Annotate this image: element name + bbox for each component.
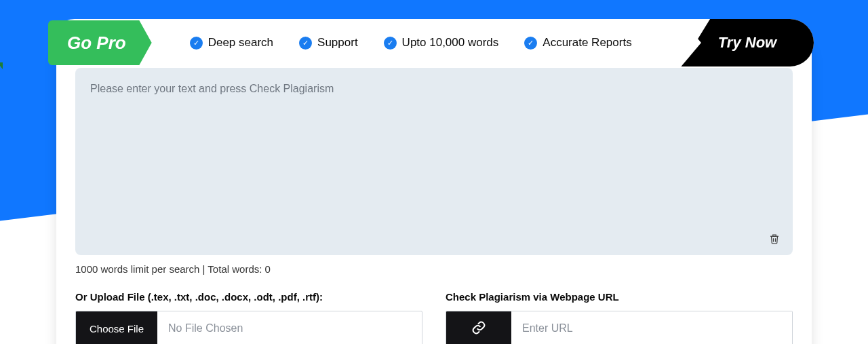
url-icon-button[interactable] [446, 311, 511, 344]
clear-button[interactable] [766, 231, 783, 248]
feature-label: Support [317, 36, 358, 50]
main-card: 1000 words limit per search | Total word… [56, 45, 812, 344]
check-icon: ✓ [384, 37, 397, 50]
upload-section: Or Upload File (.tex, .txt, .doc, .docx,… [75, 291, 422, 344]
check-icon: ✓ [190, 37, 203, 50]
upload-combo: Choose File No File Chosen [75, 311, 422, 344]
word-limit-line: 1000 words limit per search | Total word… [75, 263, 793, 275]
pro-bar: Go Pro ✓ Deep search ✓ Support ✓ Upto 10… [51, 19, 814, 66]
feature-label: Accurate Reports [542, 36, 631, 50]
feature-item: ✓ Deep search [190, 36, 273, 50]
url-label: Check Plagiarism via Webpage URL [446, 291, 793, 303]
choose-file-button[interactable]: Choose File [76, 311, 157, 344]
check-icon: ✓ [299, 37, 312, 50]
url-section: Check Plagiarism via Webpage URL [446, 291, 793, 344]
url-input[interactable] [511, 311, 792, 344]
feature-label: Upto 10,000 words [402, 36, 499, 50]
url-combo [446, 311, 793, 344]
check-icon: ✓ [524, 37, 537, 50]
text-input-area [75, 68, 793, 255]
go-pro-badge[interactable]: Go Pro [48, 20, 152, 65]
file-status: No File Chosen [157, 311, 422, 344]
feature-item: ✓ Upto 10,000 words [384, 36, 499, 50]
feature-item: ✓ Accurate Reports [524, 36, 631, 50]
link-icon [471, 320, 486, 337]
feature-label: Deep search [208, 36, 273, 50]
feature-item: ✓ Support [299, 36, 358, 50]
trash-icon [768, 232, 781, 248]
plagiarism-input[interactable] [75, 68, 793, 255]
upload-label: Or Upload File (.tex, .txt, .doc, .docx,… [75, 291, 422, 303]
